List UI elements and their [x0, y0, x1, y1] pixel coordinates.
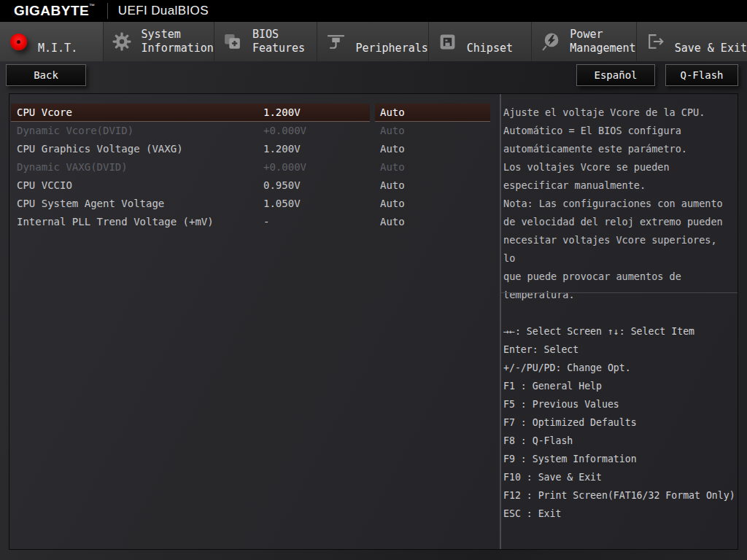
help-panel: Ajuste el voltaje Vcore de la CPU. Autom…: [501, 94, 738, 549]
help-line: automáticamente este parámetro.: [503, 140, 733, 158]
setting-option: Auto: [380, 104, 405, 122]
key-line: Enter: Select: [503, 341, 736, 359]
key-line: F9 : System Information: [503, 450, 736, 468]
help-line: necesitar voltajes Vcore superiores, lo: [503, 231, 733, 268]
tab-peripherals[interactable]: Peripherals: [317, 22, 427, 61]
stage: Back Español Q-Flash CPU Vcore 1.200V Au…: [0, 61, 747, 560]
setting-option: Auto: [380, 122, 405, 140]
key-line: →←: Select Screen ↑↓: Select Item: [503, 322, 736, 341]
key-line: +/-/PU/PD: Change Opt.: [503, 359, 736, 377]
help-line: que puede provocar aumentos de: [503, 268, 733, 286]
chip-plus-icon: [223, 32, 243, 52]
top-bar: GIGABYTE™ UEFI DualBIOS: [0, 0, 747, 22]
setting-value: 1.200V: [263, 140, 301, 158]
help-line: Nota: Las configuraciones con aumento: [503, 195, 733, 213]
tab-label: Peripherals: [355, 42, 427, 55]
help-line: Los voltajes Vcore se pueden: [503, 158, 733, 176]
setting-value: +0.000V: [263, 158, 306, 176]
bios-screen: GIGABYTE™ UEFI DualBIOS M.I.T.: [0, 0, 747, 560]
tab-mit[interactable]: M.I.T.: [0, 22, 103, 61]
setting-row-cpu-system-agent[interactable]: CPU System Agent Voltage 1.050V Auto: [9, 195, 500, 213]
tab-system-information[interactable]: System Information: [103, 22, 214, 61]
peripherals-icon: [326, 32, 346, 52]
setting-row-cpu-vccio[interactable]: CPU VCCIO 0.950V Auto: [9, 176, 500, 195]
setting-option: Auto: [380, 158, 405, 176]
gigabyte-logo: GIGABYTE™: [14, 3, 96, 19]
help-divider: [500, 292, 738, 293]
tab-label: Save & Exit: [675, 42, 747, 55]
qflash-button[interactable]: Q-Flash: [665, 64, 738, 86]
gear-icon: [112, 32, 132, 52]
help-line: especificar manualmente.: [503, 176, 733, 195]
setting-value: 1.200V: [263, 104, 301, 122]
key-line: F12 : Print Screen(FAT16/32 Format Only): [503, 486, 736, 505]
help-line: de velocidad del reloj extremo pueden: [503, 213, 733, 231]
setting-value: 0.950V: [263, 176, 301, 195]
setting-option: Auto: [380, 140, 405, 158]
setting-label: CPU Graphics Voltage (VAXG): [17, 140, 183, 158]
setting-row-dynamic-vcore: Dynamic Vcore(DVID) +0.000V Auto: [9, 122, 500, 140]
tab-label-line2: Features: [252, 42, 305, 55]
tab-label-line1: System: [142, 28, 214, 42]
settings-list: CPU Vcore 1.200V Auto Dynamic Vcore(DVID…: [9, 104, 500, 231]
chipset-icon: [438, 32, 457, 52]
setting-option: Auto: [380, 195, 405, 213]
main-panel: CPU Vcore 1.200V Auto Dynamic Vcore(DVID…: [9, 93, 738, 550]
key-line: F7 : Optimized Defaults: [503, 413, 736, 432]
tab-power-management[interactable]: Power Management: [531, 22, 635, 61]
tab-label-line2: Management: [570, 42, 635, 55]
setting-row-cpu-graphics-voltage[interactable]: CPU Graphics Voltage (VAXG) 1.200V Auto: [9, 140, 500, 158]
product-title: UEFI DualBIOS: [118, 4, 209, 18]
language-button[interactable]: Español: [576, 64, 655, 86]
topbar-divider: [107, 3, 108, 19]
mit-dial-icon: [9, 32, 28, 52]
key-line: F1 : General Help: [503, 377, 736, 395]
setting-option: Auto: [380, 213, 405, 231]
tab-label-line1: Power: [570, 28, 635, 42]
tab-label: M.I.T.: [38, 42, 77, 55]
setting-row-cpu-vcore[interactable]: CPU Vcore 1.200V Auto: [9, 104, 500, 122]
help-line: temperatura.: [503, 286, 733, 304]
tab-label-line2: Information: [142, 42, 214, 55]
tab-bar: M.I.T.: [0, 22, 747, 61]
setting-label: Dynamic Vcore(DVID): [17, 122, 133, 140]
trademark: ™: [89, 3, 96, 9]
key-line: ESC : Exit: [503, 505, 736, 523]
tab-label: Chipset: [467, 42, 513, 55]
exit-icon: [646, 32, 665, 52]
setting-option: Auto: [380, 176, 405, 195]
tab-bios-features[interactable]: BIOS Features: [214, 22, 317, 61]
tab-label-line1: BIOS: [252, 28, 305, 42]
power-bolt-icon: [541, 32, 560, 52]
help-text: Ajuste el voltaje Vcore de la CPU. Autom…: [503, 104, 733, 304]
setting-label: Dynamic VAXG(DVID): [17, 158, 128, 176]
setting-label: CPU Vcore: [17, 104, 72, 122]
back-button[interactable]: Back: [6, 64, 86, 86]
key-legend: →←: Select Screen ↑↓: Select Item Enter:…: [503, 322, 736, 523]
setting-label: CPU System Agent Voltage: [17, 195, 164, 213]
key-line: F8 : Q-Flash: [503, 432, 736, 450]
setting-label: CPU VCCIO: [17, 176, 72, 195]
key-line: F10 : Save & Exit: [503, 468, 736, 486]
setting-value: -: [263, 213, 269, 231]
setting-value: 1.050V: [263, 195, 301, 213]
help-line: Ajuste el voltaje Vcore de la CPU.: [503, 104, 733, 122]
tab-save-exit[interactable]: Save & Exit: [636, 22, 747, 61]
setting-label: Internal PLL Trend Voltage (+mV): [17, 213, 214, 231]
help-line: Automático = El BIOS configura: [503, 122, 733, 140]
setting-value: +0.000V: [263, 122, 306, 140]
setting-row-internal-pll[interactable]: Internal PLL Trend Voltage (+mV) - Auto: [9, 213, 500, 231]
setting-row-dynamic-vaxg: Dynamic VAXG(DVID) +0.000V Auto: [9, 158, 500, 176]
key-line: F5 : Previous Values: [503, 395, 736, 413]
tab-chipset[interactable]: Chipset: [428, 22, 532, 61]
